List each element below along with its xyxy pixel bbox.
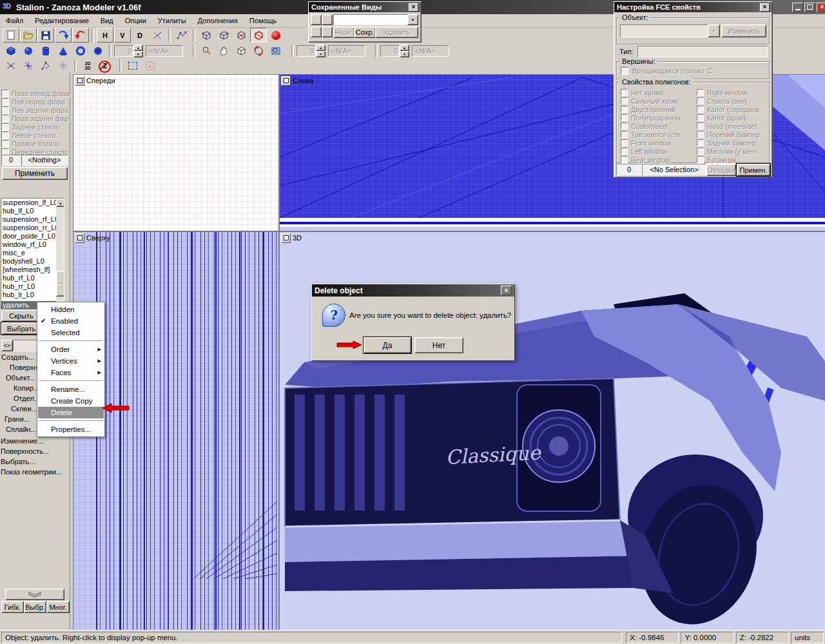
part-checkbox[interactable] [1,123,9,131]
fce-checkbox[interactable] [621,89,628,96]
assign-view-button[interactable]: Назн. [333,26,354,38]
menu-item-selected[interactable]: Selected [38,327,104,338]
menu-item-hidden[interactable]: Hidden [38,304,104,315]
fce-checkbox[interactable] [697,106,704,113]
select-rectangle-icon[interactable] [124,59,141,73]
pan-tool-icon[interactable] [215,43,232,58]
fce-checkbox[interactable] [621,156,628,163]
viewport-maximize-icon[interactable] [75,76,84,86]
combo-arrow-icon[interactable]: ▼ [708,24,720,37]
fce-type-field[interactable] [637,46,768,57]
primitive-cylinder-button[interactable] [37,43,54,58]
zoom-tool-icon[interactable] [198,43,215,58]
fce-debug-button[interactable]: Отладка [706,164,736,176]
fce-checkbox[interactable] [697,89,704,96]
flexible-mode-button[interactable]: Гибк. [1,601,24,613]
menu-view[interactable]: Вид [95,15,119,26]
spinner-up-icon[interactable]: ▲ [133,44,143,51]
list-item[interactable]: hub_lr_L0 [1,291,56,299]
grid-cell-button[interactable] [311,14,322,25]
spinner-down-icon[interactable]: ▼ [316,51,325,57]
fce-apply-button[interactable]: Примен. [737,164,770,176]
fce-checkbox[interactable] [621,106,628,113]
fce-checkbox[interactable] [697,114,704,121]
part-selection[interactable]: <Nothing> [21,155,68,166]
rotating-checkbox[interactable] [621,67,628,75]
menu-item-create-copy[interactable]: Create Copy [38,395,104,407]
menu-addons[interactable]: Дополнения [192,15,244,26]
spinner-down-icon[interactable]: ▼ [400,51,409,57]
restore-icon[interactable] [804,3,815,12]
menu-item-rename[interactable]: Rename... [38,384,104,395]
spinner-down-icon[interactable]: ▼ [133,51,143,57]
open-file-button[interactable] [20,28,37,43]
primitive-sphere-button[interactable] [20,43,37,58]
menu-file[interactable]: Файл [0,15,29,26]
fce-checkbox[interactable] [621,139,628,146]
rotate-view-icon[interactable] [250,43,267,58]
close-icon[interactable]: × [501,286,512,295]
part-checkbox[interactable] [1,140,9,148]
list-item[interactable]: suspension_rf_L0 [1,215,56,224]
vertex-tool-2-icon[interactable] [20,59,37,73]
list-item[interactable]: hub_rr_L0 [1,282,56,291]
delete-view-button[interactable]: Удалить [375,26,418,38]
menu-edit[interactable]: Редактирование [29,15,95,26]
part-checkbox[interactable] [1,90,9,97]
grid-cell-button[interactable] [311,26,322,37]
view-cube-1-button[interactable] [198,28,215,43]
menu-item-properties[interactable]: Properties... [38,424,104,435]
fce-checkbox[interactable] [621,148,628,155]
spinner-up-icon[interactable]: ▲ [316,44,325,51]
link-surface[interactable]: Поверхность... [1,447,62,458]
view-cube-tool-icon[interactable] [233,43,249,58]
viewport-maximize-icon[interactable] [75,233,84,243]
part-checkbox[interactable] [1,132,9,139]
import-icon[interactable] [55,28,72,43]
collapse-panel-button[interactable] [5,589,64,600]
choose-button[interactable]: Выбрать [1,322,41,335]
new-file-button[interactable] [3,28,19,43]
viewport-maximize-icon[interactable] [281,76,291,86]
menu-item-delete[interactable]: Delete [38,407,104,418]
list-item[interactable]: hub_rf_L0 [1,274,56,282]
list-item[interactable]: suspension_lf_L0 [1,199,56,207]
view-cube-3-button[interactable] [233,28,249,43]
menu-item-faces[interactable]: Faces▶ [38,367,104,378]
level-spinner-3[interactable]: 0 ▲▼ [380,44,409,57]
toggle-d-button[interactable]: D [131,28,148,43]
fce-checkbox[interactable] [621,131,628,138]
select-mode-button[interactable]: Выбр. [24,601,46,613]
primitive-cube-button[interactable] [3,43,19,58]
expander-button[interactable]: <> [1,340,13,351]
menu-item-order[interactable]: Order▶ [38,344,104,355]
fce-checkbox[interactable] [621,122,628,130]
fce-checkbox[interactable] [697,122,704,130]
viewport-maximize-icon[interactable] [281,233,291,243]
menu-utilities[interactable]: Утилиты [152,15,192,26]
save-file-button[interactable] [37,28,54,43]
axes-icon[interactable] [149,28,166,43]
hide-button[interactable]: Скрыть [1,309,41,322]
no-button[interactable]: Нет [414,337,463,353]
fce-checkbox[interactable] [697,156,704,163]
fce-checkbox[interactable] [697,131,704,138]
part-checkbox[interactable] [1,98,9,106]
part-checkbox[interactable] [1,106,9,114]
primitive-geosphere-button[interactable] [90,43,106,58]
grid-cell-button[interactable] [322,26,333,37]
close-icon[interactable]: × [760,3,770,12]
saved-views-titlebar[interactable]: Сохраненные Виды × [309,2,421,12]
select-circle-icon[interactable] [142,59,159,73]
object-list[interactable]: suspension_lf_L0 hub_lf_L0 suspension_rf… [1,198,64,310]
link-show-geometry[interactable]: Показ геометрии... [1,468,62,478]
menu-item-enabled[interactable]: ✔Enabled [38,315,104,327]
lod-select-3[interactable]: <N/A> [412,45,449,57]
grid-cell-button[interactable] [322,14,333,25]
combo-arrow-icon[interactable]: ▼ [407,14,418,25]
level-spinner-2[interactable]: 0 ▲▼ [296,44,325,57]
zoom-region-icon[interactable] [267,43,284,58]
list-item[interactable]: door_pside_f_L0 [1,232,56,240]
menu-options[interactable]: Опции [119,15,152,26]
polyline-tool-icon[interactable] [173,28,190,43]
